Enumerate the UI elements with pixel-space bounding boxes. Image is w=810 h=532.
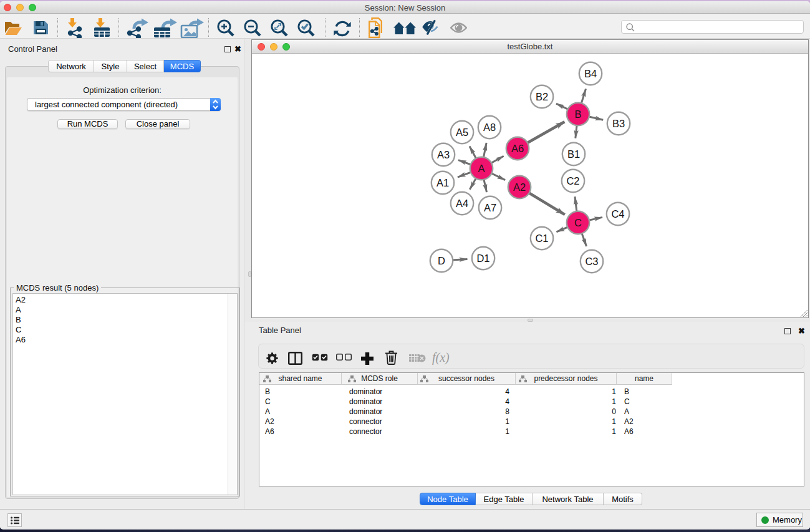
- svg-text:B3: B3: [612, 118, 625, 129]
- svg-text:D1: D1: [476, 253, 489, 264]
- svg-text:C2: C2: [566, 175, 579, 186]
- svg-text:C3: C3: [585, 256, 598, 267]
- svg-text:C: C: [574, 217, 582, 228]
- svg-text:A3: A3: [437, 149, 450, 160]
- svg-text:A8: A8: [483, 122, 496, 133]
- svg-text:A1: A1: [436, 177, 449, 188]
- svg-text:A7: A7: [484, 202, 496, 213]
- svg-text:D: D: [438, 255, 445, 266]
- svg-text:B4: B4: [584, 68, 597, 79]
- svg-text:A: A: [478, 163, 485, 174]
- svg-text:A5: A5: [456, 127, 468, 138]
- svg-text:C1: C1: [535, 233, 548, 244]
- svg-text:B1: B1: [567, 148, 580, 160]
- svg-text:A6: A6: [511, 143, 524, 154]
- svg-text:A4: A4: [456, 198, 468, 209]
- svg-text:B2: B2: [536, 91, 548, 102]
- svg-text:C4: C4: [611, 208, 624, 220]
- svg-text:A2: A2: [513, 181, 526, 193]
- svg-text:B: B: [574, 109, 581, 120]
